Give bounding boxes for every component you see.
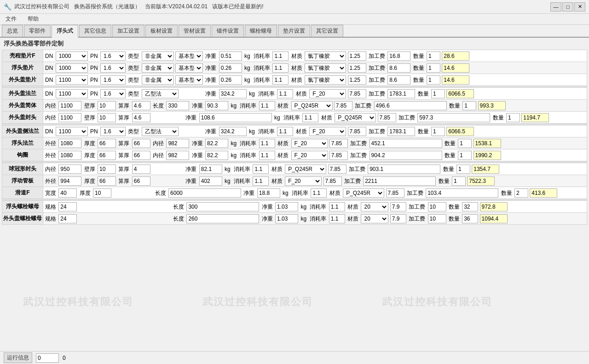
weight-input-9[interactable]: [205, 151, 228, 160]
qty-input-10[interactable]: [456, 165, 470, 174]
thickness-12[interactable]: [93, 188, 111, 198]
proc-input-14[interactable]: [428, 214, 446, 223]
proc-input-8[interactable]: [370, 139, 442, 148]
proc-input-2[interactable]: [387, 63, 410, 73]
pn-select-1[interactable]: 1.6: [100, 51, 126, 61]
type-select-1[interactable]: 非金属: [142, 51, 174, 61]
qty-input-5[interactable]: [462, 101, 476, 110]
mat-val-13[interactable]: [390, 202, 406, 211]
weight-input-3[interactable]: [219, 75, 242, 85]
proc-input-3[interactable]: [387, 75, 410, 85]
qty-input-12[interactable]: [514, 188, 528, 198]
calc-thick-6[interactable]: [132, 113, 150, 122]
consumption-input-7[interactable]: [277, 127, 293, 136]
tab-forging[interactable]: 锻件设置: [212, 25, 244, 37]
tab-other-info[interactable]: 其它信息: [79, 25, 111, 37]
total-12[interactable]: [530, 188, 557, 198]
material-select-6[interactable]: P_Q245R: [335, 113, 376, 122]
proc-input-6[interactable]: [417, 113, 490, 122]
consumption-input-12[interactable]: [311, 188, 327, 198]
material-select-1[interactable]: 氯丁橡胶: [305, 51, 346, 61]
mat-val-6[interactable]: [378, 113, 396, 122]
status-input-1[interactable]: [36, 353, 59, 363]
qty-input-11[interactable]: [452, 176, 466, 186]
total-6[interactable]: [521, 113, 549, 122]
spec-14[interactable]: [58, 214, 77, 223]
spec-13[interactable]: [58, 202, 77, 211]
inner-dia-8[interactable]: [166, 139, 189, 148]
proc-input-7[interactable]: [387, 127, 415, 136]
mat-val-4[interactable]: [348, 89, 366, 98]
pn-select-7[interactable]: 1.6: [100, 127, 126, 136]
tab-plate[interactable]: 板材设置: [145, 25, 178, 37]
weight-input-8[interactable]: [205, 139, 228, 148]
weight-input-13[interactable]: [275, 202, 298, 211]
outer-dia-9[interactable]: [58, 151, 81, 160]
mat-val-9[interactable]: [329, 151, 348, 160]
weight-input-7[interactable]: [219, 127, 247, 136]
consumption-input-14[interactable]: [329, 214, 345, 223]
qty-input-4[interactable]: [431, 89, 445, 98]
material-select-10[interactable]: P_Q245R: [285, 165, 326, 174]
total-11[interactable]: [467, 176, 495, 186]
tab-floating-head[interactable]: 浮头式: [52, 25, 78, 38]
qty-input-6[interactable]: [506, 113, 520, 122]
total-8[interactable]: [474, 139, 501, 148]
consumption-input-6[interactable]: [302, 113, 318, 122]
outer-dia-11[interactable]: [58, 176, 81, 186]
thickness-8[interactable]: [98, 139, 116, 148]
tab-overview[interactable]: 总览: [2, 25, 23, 37]
mat-val-5[interactable]: [334, 101, 352, 110]
mat-val-12[interactable]: [386, 188, 404, 198]
consumption-input-11[interactable]: [253, 176, 269, 186]
weight-input-5[interactable]: [205, 101, 228, 110]
total-7[interactable]: [446, 127, 474, 136]
consumption-input-9[interactable]: [259, 151, 275, 160]
minimize-button[interactable]: —: [550, 2, 561, 11]
dn-select-1[interactable]: 1000: [56, 51, 88, 61]
material-select-13[interactable]: 20: [361, 202, 388, 211]
outer-dia-8[interactable]: [58, 139, 81, 148]
material-select-12[interactable]: P_Q245R: [343, 188, 384, 198]
inner-dia-6[interactable]: [58, 113, 81, 122]
wall-thick-5[interactable]: [98, 101, 116, 110]
material-select-4[interactable]: F_20: [309, 89, 346, 98]
length-14[interactable]: [186, 214, 259, 223]
material-select-2[interactable]: 氯丁橡胶: [305, 63, 346, 73]
total-9[interactable]: [474, 151, 501, 160]
consumption-input-4[interactable]: [277, 89, 293, 98]
proc-input-4[interactable]: [387, 89, 415, 98]
thickness-9[interactable]: [98, 151, 116, 160]
mat-val-8[interactable]: [329, 139, 348, 148]
material-select-11[interactable]: F_20: [285, 176, 322, 186]
qty-input-3[interactable]: [427, 75, 440, 85]
inner-dia-5[interactable]: [58, 101, 81, 110]
weight-input-11[interactable]: [199, 176, 222, 186]
inner-dia-10[interactable]: [58, 165, 81, 174]
menu-file[interactable]: 文件: [4, 14, 18, 24]
qty-input-2[interactable]: [427, 63, 440, 73]
qty-input-13[interactable]: [462, 202, 478, 211]
proc-input-10[interactable]: [368, 165, 440, 174]
inner-dia-9[interactable]: [166, 151, 189, 160]
material-select-3[interactable]: 氯丁橡胶: [305, 75, 346, 85]
menu-help[interactable]: 帮助: [26, 14, 40, 24]
tab-gasket[interactable]: 垫片设置: [278, 25, 310, 37]
length-12[interactable]: [168, 188, 241, 198]
consumption-input-1[interactable]: [272, 51, 289, 61]
calc-thick-5[interactable]: [132, 101, 150, 110]
mat-val-10[interactable]: [328, 165, 346, 174]
calc-thick-10[interactable]: [132, 165, 150, 174]
pn-select-4[interactable]: 1.6: [100, 89, 126, 98]
qty-input-1[interactable]: [427, 51, 440, 61]
total-4[interactable]: [446, 89, 474, 98]
material-select-7[interactable]: F_20: [309, 127, 346, 136]
material-select-5[interactable]: P_Q245R: [291, 101, 333, 110]
dn-select-4[interactable]: 1100: [56, 89, 88, 98]
dn-select-2[interactable]: 1000: [56, 63, 88, 73]
type-select-4[interactable]: 乙型法: [142, 89, 179, 98]
mat-val-14[interactable]: [390, 214, 406, 223]
material-select-14[interactable]: 20: [361, 214, 388, 223]
width-12[interactable]: [58, 188, 77, 198]
consumption-input-5[interactable]: [259, 101, 275, 110]
